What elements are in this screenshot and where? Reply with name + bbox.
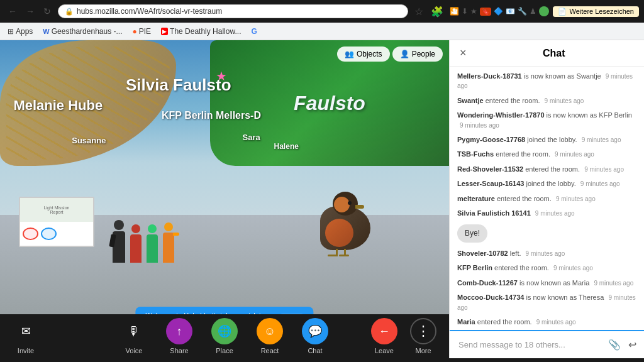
invite-label: Invite	[18, 347, 34, 354]
geest-icon: W	[43, 28, 49, 35]
geest-label: Geesthardenhaus -...	[52, 27, 123, 36]
people-button[interactable]: 👤 People	[392, 47, 443, 62]
bookmark-google[interactable]: G	[248, 26, 259, 37]
yt-icon: ▶	[161, 28, 168, 35]
people-icon: 👤	[400, 50, 409, 58]
forward-button[interactable]: →	[23, 5, 38, 18]
chat-message-4: Pygmy-Goose-17768 joined the lobby. 9 mi…	[457, 135, 636, 145]
extensions-button[interactable]: 🧩	[428, 4, 446, 19]
chat-close-button[interactable]: ×	[460, 47, 467, 60]
chat-message-12: Comb-Duck-11267 is now known as Maria 9 …	[457, 278, 636, 288]
more-icon: ⋮	[410, 318, 436, 344]
chat-label: Chat	[308, 347, 322, 354]
chat-message-9: Silvia Faulistich 16141 9 minutes ago	[457, 209, 636, 218]
chat-bubble-bye: Bye!	[457, 223, 636, 244]
google-icon: G	[251, 27, 257, 36]
reload-button[interactable]: ↻	[40, 5, 54, 18]
char-1	[113, 231, 125, 263]
bookmark-deathly[interactable]: ▶ The Deathly Hallow...	[158, 26, 243, 37]
leave-label: Leave	[375, 347, 394, 354]
leave-icon: ←	[371, 318, 397, 344]
chat-title: Chat	[474, 48, 634, 59]
address-bar[interactable]: 🔒 hubs.mozilla.com/WeAfrt/social-vr-test…	[58, 4, 408, 18]
chat-message-6: Red-Shoveler-11532 entered the room. 9 m…	[457, 165, 636, 174]
chat-message-3: Wondering-Whistler-17870 is now known as…	[457, 111, 636, 130]
objects-icon: 👥	[345, 50, 354, 58]
bottom-toolbar: ✉ Invite 🎙 Voice ↑ Share 🌐 Place ☺	[0, 314, 449, 358]
apps-icon: ⊞	[8, 27, 14, 36]
bookmark-geest[interactable]: W Geesthardenhaus -...	[40, 26, 125, 37]
bookmarks-bar: ⊞ Apps W Geesthardenhaus -... ● PIE ▶ Th…	[0, 23, 644, 40]
vr-ceiling-structure	[0, 40, 201, 178]
vr-characters	[113, 231, 174, 263]
chat-icon: 💬	[302, 318, 328, 344]
chat-header: × Chat	[450, 40, 644, 67]
pie-icon: ●	[132, 27, 136, 36]
share-label: Share	[170, 347, 188, 354]
browser-actions: ☆ 🧩	[412, 4, 446, 19]
chat-message-7: Lesser-Scaup-16143 joined the lobby. 9 m…	[457, 179, 636, 189]
nav-buttons: ← → ↻	[5, 5, 54, 18]
char-3	[147, 234, 158, 263]
toolbar-item-chat[interactable]: 💬 Chat	[302, 318, 328, 354]
bookmark-apps[interactable]: ⊞ Apps	[5, 26, 35, 37]
browser-toolbar: ← → ↻ 🔒 hubs.mozilla.com/WeAfrt/social-v…	[0, 0, 644, 23]
chat-input-area: 📎 ↩	[450, 330, 644, 358]
vr-star: ★	[216, 69, 227, 84]
send-button[interactable]: ↩	[626, 336, 639, 353]
toolbar-item-voice[interactable]: 🎙 Voice	[121, 318, 147, 354]
chat-panel: × Chat Mellers-Duck-18731 is now known a…	[449, 40, 644, 358]
main-content: Faulsto ★ Melanie Hube Silvia Faulsto KF…	[0, 40, 644, 358]
toolbar-right-items: ← Leave ⋮ More	[371, 318, 436, 354]
chat-message-8: melterature entered the room. 9 minutes …	[457, 194, 636, 204]
chat-message-5: TSB-Fuchs entered the room. 9 minutes ag…	[457, 150, 636, 159]
chat-input[interactable]	[455, 336, 603, 353]
vr-viewport[interactable]: Faulsto ★ Melanie Hube Silvia Faulsto KF…	[0, 40, 449, 358]
extension-icons: 🎦⬇★ 🔖 🔷📧🔧♟	[450, 6, 549, 16]
banner-text-1: Faulsto	[294, 92, 365, 115]
chat-message-11: KFP Berlin entered the room. 9 minutes a…	[457, 263, 636, 273]
toolbar-item-more[interactable]: ⋮ More	[410, 318, 436, 354]
pie-label: PIE	[139, 27, 151, 36]
chat-message-10: Shoveler-10782 left. 9 minutes ago	[457, 249, 636, 258]
react-label: React	[261, 347, 279, 354]
chat-message-1: Mellers-Duck-18731 is now known as Swant…	[457, 72, 636, 91]
reading-list-label: Weitere Lesezeichen	[569, 8, 634, 15]
deathly-label: The Deathly Hallow...	[170, 27, 241, 36]
toolbar-item-invite[interactable]: ✉ Invite	[13, 318, 39, 354]
chat-message-14: Maria entered the room. 9 minutes ago	[457, 317, 636, 327]
chat-message-13: Moccoo-Duck-14734 is now known as Theres…	[457, 293, 636, 312]
browser-chrome: ← → ↻ 🔒 hubs.mozilla.com/WeAfrt/social-v…	[0, 0, 644, 40]
vr-bird	[314, 175, 389, 256]
bookmark-pie[interactable]: ● PIE	[130, 26, 153, 37]
vr-whiteboard: Light MissionReport	[19, 197, 94, 247]
place-label: Place	[216, 347, 233, 354]
attach-button[interactable]: 📎	[606, 336, 623, 353]
toolbar-item-react[interactable]: ☺ React	[257, 318, 283, 354]
place-icon: 🌐	[211, 318, 238, 344]
char-4	[163, 233, 174, 263]
bookmark-star[interactable]: ☆	[412, 4, 426, 19]
lock-icon: 🔒	[65, 8, 74, 16]
chat-messages[interactable]: Mellers-Duck-18731 is now known as Swant…	[450, 67, 644, 330]
vr-top-buttons: 👥 Objects 👤 People	[337, 47, 443, 62]
share-icon: ↑	[166, 318, 192, 344]
invite-icon: ✉	[13, 318, 39, 344]
objects-label: Objects	[357, 50, 382, 58]
people-label: People	[412, 50, 435, 58]
objects-button[interactable]: 👥 Objects	[337, 47, 390, 62]
toolbar-item-share[interactable]: ↑ Share	[166, 318, 192, 354]
more-label: More	[415, 347, 431, 354]
react-icon: ☺	[257, 318, 283, 344]
toolbar-item-leave[interactable]: ← Leave	[371, 318, 397, 354]
toolbar-item-place[interactable]: 🌐 Place	[211, 318, 238, 354]
voice-label: Voice	[126, 347, 143, 354]
reading-list[interactable]: 📄 Weitere Lesezeichen	[553, 6, 639, 17]
chat-message-2: Swantje entered the room. 9 minutes ago	[457, 96, 636, 106]
char-2	[130, 234, 142, 263]
back-button[interactable]: ←	[5, 5, 20, 18]
apps-label: Apps	[16, 27, 33, 36]
toolbar-center-items: 🎙 Voice ↑ Share 🌐 Place ☺ React 💬 C	[121, 318, 328, 354]
voice-icon: 🎙	[121, 318, 147, 344]
url-text: hubs.mozilla.com/WeAfrt/social-vr-testra…	[77, 7, 401, 16]
